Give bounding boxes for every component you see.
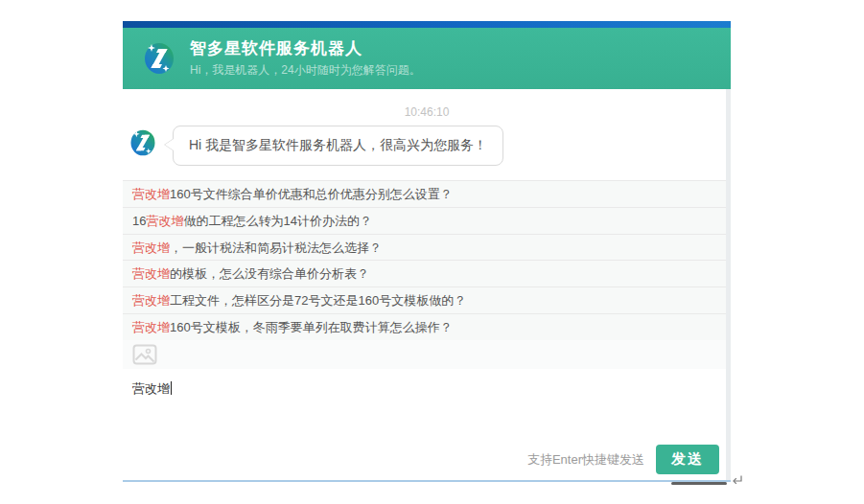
composer-toolbar	[123, 340, 726, 369]
bot-avatar-icon	[128, 127, 157, 158]
bubble-tail-fill	[165, 139, 174, 150]
question-keyword: 营改增	[132, 187, 170, 201]
page-canvas: 智多星软件服务机器人 Hi，我是机器人，24小时随时为您解答问题。 10:46:…	[0, 0, 864, 504]
message-timestamp: 10:46:10	[123, 105, 731, 119]
image-upload-button[interactable]	[132, 344, 157, 365]
suggested-question[interactable]: 营改增160号文件综合单价优惠和总价优惠分别怎么设置？	[123, 180, 726, 207]
bot-title: 智多星软件服务机器人	[190, 38, 421, 59]
suggested-question[interactable]: 营改增的模板，怎么没有综合单价分析表？	[123, 260, 726, 286]
question-keyword: 营改增	[132, 320, 170, 334]
bot-subtitle: Hi，我是机器人，24小时随时为您解答问题。	[190, 62, 421, 79]
bot-message-bubble: Hi 我是智多星软件服务机器人，很高兴为您服务！	[173, 126, 503, 166]
suggested-question[interactable]: 营改增，一般计税法和简易计税法怎么选择？	[123, 234, 726, 261]
suggested-question[interactable]: 营改增工程文件，怎样区分是72号文还是160号文模板做的？	[123, 286, 726, 313]
message-input-value: 营改增	[132, 381, 170, 396]
text-cursor	[171, 381, 172, 395]
enter-shortcut-hint: 支持Enter快捷键发送	[527, 451, 644, 469]
bot-message-row: Hi 我是智多星软件服务机器人，很高兴为您服务！	[128, 126, 503, 166]
chat-window: 智多星软件服务机器人 Hi，我是机器人，24小时随时为您解答问题。 10:46:…	[123, 21, 731, 484]
suggested-question-list: 营改增160号文件综合单价优惠和总价优惠分别怎么设置？ 16营改增做的工程怎么转…	[123, 180, 726, 341]
question-keyword: 营改增	[132, 266, 170, 281]
message-input[interactable]: 营改增	[123, 377, 726, 444]
question-keyword: 营改增	[132, 293, 170, 308]
chat-body: 10:46:10 Hi 我是智多星软件服务机器人，很高兴为您服务！ 营改增160…	[123, 89, 731, 482]
bot-logo-icon	[142, 40, 176, 77]
window-top-bar	[123, 21, 731, 28]
header-text: 智多星软件服务机器人 Hi，我是机器人，24小时随时为您解答问题。	[190, 38, 421, 79]
suggested-question[interactable]: 16营改增做的工程怎么转为14计价办法的？	[123, 207, 726, 234]
suggested-question[interactable]: 营改增160号文模板，冬雨季要单列在取费计算怎么操作？	[123, 313, 726, 340]
bot-message-text: Hi 我是智多星软件服务机器人，很高兴为您服务！	[173, 126, 503, 166]
composer-footer: 支持Enter快捷键发送 发送	[527, 445, 719, 474]
chat-header: 智多星软件服务机器人 Hi，我是机器人，24小时随时为您解答问题。	[123, 28, 731, 89]
paragraph-return-icon	[731, 474, 743, 487]
horizontal-scrollbar-thumb[interactable]	[671, 482, 727, 485]
question-keyword: 营改增	[146, 214, 183, 228]
question-keyword: 营改增	[132, 241, 170, 255]
send-button[interactable]: 发送	[656, 445, 719, 474]
vertical-scrollbar[interactable]	[726, 89, 731, 480]
